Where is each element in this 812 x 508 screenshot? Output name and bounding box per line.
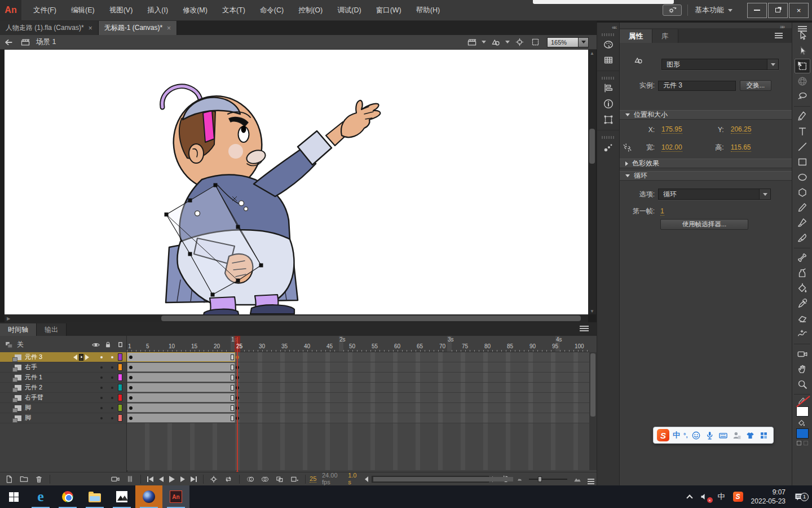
layer-visibility-dot[interactable] bbox=[100, 407, 103, 409]
layer-color-swatch[interactable] bbox=[118, 374, 122, 381]
timeline-vertical-scrollbar[interactable] bbox=[589, 352, 597, 470]
layer-visibility-dot[interactable] bbox=[100, 397, 103, 399]
close-tab-icon[interactable]: × bbox=[89, 24, 92, 32]
eraser-tool[interactable] bbox=[795, 312, 810, 326]
text-tool[interactable] bbox=[795, 124, 810, 139]
close-button[interactable]: × bbox=[789, 3, 809, 18]
timeline-ruler[interactable]: 1s2s3s4s15101520253035404550556065707580… bbox=[127, 336, 589, 352]
bone-tool[interactable] bbox=[795, 251, 810, 265]
ime-punctuation-toggle[interactable]: °, bbox=[683, 432, 687, 439]
keyframe-dot[interactable] bbox=[129, 417, 133, 420]
layer-row[interactable]: 元件 3 bbox=[0, 352, 127, 362]
stroke-color-swatch[interactable] bbox=[796, 406, 809, 417]
clip-content-icon[interactable] bbox=[529, 36, 541, 49]
loop-options-dropdown[interactable]: 循环 bbox=[658, 189, 771, 200]
taskbar-file-explorer[interactable] bbox=[81, 485, 108, 508]
camera-tool[interactable] bbox=[795, 347, 810, 361]
lasso-tool[interactable] bbox=[795, 89, 810, 104]
go-to-last-frame-button[interactable] bbox=[188, 474, 199, 485]
oval-tool[interactable] bbox=[795, 170, 810, 185]
menu-item[interactable]: 编辑(E) bbox=[64, 0, 102, 20]
current-frame-value[interactable]: 25 bbox=[310, 475, 316, 483]
pen-tool[interactable] bbox=[795, 109, 810, 124]
layers-stack-icon[interactable] bbox=[5, 340, 14, 349]
start-button[interactable] bbox=[0, 485, 27, 508]
workspace-dropdown[interactable]: 基本功能 bbox=[695, 5, 732, 15]
hand-tool[interactable] bbox=[795, 362, 810, 376]
layer-frames-row[interactable] bbox=[127, 393, 589, 403]
layer-lock-dot[interactable] bbox=[111, 356, 113, 358]
link-broken-icon[interactable] bbox=[620, 143, 634, 152]
timeline-panel-tab[interactable]: 输出 bbox=[37, 323, 67, 336]
menu-item[interactable]: 控制(O) bbox=[291, 0, 330, 20]
use-frame-picker-button[interactable]: 使用帧选择器... bbox=[660, 219, 748, 230]
modify-markers-button[interactable] bbox=[288, 474, 301, 485]
layer-lock-dot[interactable] bbox=[111, 366, 113, 369]
dock-panel-swatches[interactable] bbox=[597, 52, 620, 68]
collapse-panels-icon[interactable]: «« bbox=[612, 24, 616, 30]
center-playhead-button[interactable] bbox=[207, 474, 220, 485]
layer-lock-dot[interactable] bbox=[111, 376, 113, 379]
eyedropper-tool[interactable] bbox=[795, 296, 810, 311]
playhead-line[interactable] bbox=[237, 337, 238, 472]
document-tab[interactable]: 人物走路 (1).fla (Canvas)*× bbox=[0, 21, 99, 35]
stage-zoom-value[interactable]: 165% bbox=[547, 37, 579, 47]
menu-item[interactable]: 修改(M) bbox=[175, 0, 215, 20]
new-layer-button[interactable] bbox=[2, 474, 16, 485]
zoom-tool[interactable] bbox=[795, 377, 810, 392]
show-hide-all-icon[interactable] bbox=[90, 340, 102, 349]
panel-menu-icon[interactable] bbox=[580, 326, 589, 327]
menu-item[interactable]: 调试(D) bbox=[330, 0, 368, 20]
scroll-down-icon[interactable]: ▼ bbox=[588, 308, 596, 314]
layer-visibility-dot[interactable] bbox=[100, 366, 103, 369]
stage-vertical-scrollbar[interactable]: ▲ ▼ bbox=[588, 50, 596, 314]
section-color-effect[interactable]: 色彩效果 bbox=[620, 159, 792, 168]
layer-frames-row[interactable] bbox=[127, 373, 589, 383]
microphone-icon[interactable] bbox=[704, 430, 714, 440]
layer-visibility-dot[interactable] bbox=[100, 376, 103, 379]
menu-item[interactable]: 命令(C) bbox=[253, 0, 291, 20]
pencil-tool[interactable] bbox=[795, 200, 810, 215]
frame-span[interactable] bbox=[127, 362, 235, 372]
scene-clapperboard-icon[interactable] bbox=[19, 36, 32, 49]
layer-row[interactable]: 元件 2 bbox=[0, 383, 127, 393]
first-frame-value[interactable]: 1 bbox=[660, 207, 664, 216]
y-value[interactable]: 206.25 bbox=[731, 125, 752, 134]
panel-menu-icon[interactable] bbox=[775, 33, 783, 34]
section-loop[interactable]: 循环 bbox=[620, 171, 792, 181]
layer-row[interactable]: 脚 bbox=[0, 413, 127, 423]
menu-item[interactable]: 插入(I) bbox=[140, 0, 175, 20]
timeline-panel-tab[interactable]: 时间轴 bbox=[0, 323, 37, 336]
layer-keyframe-nav[interactable] bbox=[73, 354, 89, 361]
play-button[interactable] bbox=[167, 474, 177, 485]
properties-panel-tab[interactable]: 库 bbox=[652, 29, 678, 43]
minimize-button[interactable] bbox=[747, 3, 767, 18]
line-tool[interactable] bbox=[795, 139, 810, 154]
subselection-tool[interactable] bbox=[795, 43, 810, 58]
paint-bucket-tool[interactable] bbox=[795, 281, 810, 296]
show-markers-button[interactable] bbox=[123, 474, 136, 485]
polystar-tool[interactable] bbox=[795, 185, 810, 200]
fill-color-swatch[interactable] bbox=[796, 428, 809, 439]
layer-row[interactable]: 元件 1 bbox=[0, 373, 127, 383]
dock-panel-transform[interactable] bbox=[597, 112, 620, 128]
step-back-button[interactable] bbox=[157, 474, 166, 485]
workspace-switcher-button[interactable] bbox=[663, 5, 682, 16]
timeline-frames-empty[interactable] bbox=[127, 423, 589, 470]
taskbar-chrome[interactable] bbox=[54, 485, 81, 508]
stage-zoom-dropdown[interactable] bbox=[579, 37, 589, 47]
classic-brush-tool[interactable] bbox=[795, 216, 810, 230]
onion-skin-outline-button[interactable] bbox=[258, 474, 272, 485]
layer-lock-dot[interactable] bbox=[111, 397, 113, 399]
keyframe-dot[interactable] bbox=[129, 406, 133, 410]
taskbar-animate[interactable]: An bbox=[162, 485, 189, 508]
ime-mode-toggle[interactable]: 中 bbox=[673, 430, 680, 440]
edit-multiple-frames-button[interactable] bbox=[273, 474, 286, 485]
keyframe-dot[interactable] bbox=[129, 386, 133, 389]
delete-layer-button[interactable] bbox=[32, 474, 46, 485]
scene-name[interactable]: 场景 1 bbox=[36, 37, 56, 47]
menu-item[interactable]: 文本(T) bbox=[215, 0, 253, 20]
layer-lock-dot[interactable] bbox=[111, 417, 113, 419]
restore-button[interactable] bbox=[768, 3, 788, 18]
layer-frames-row[interactable] bbox=[127, 352, 589, 362]
